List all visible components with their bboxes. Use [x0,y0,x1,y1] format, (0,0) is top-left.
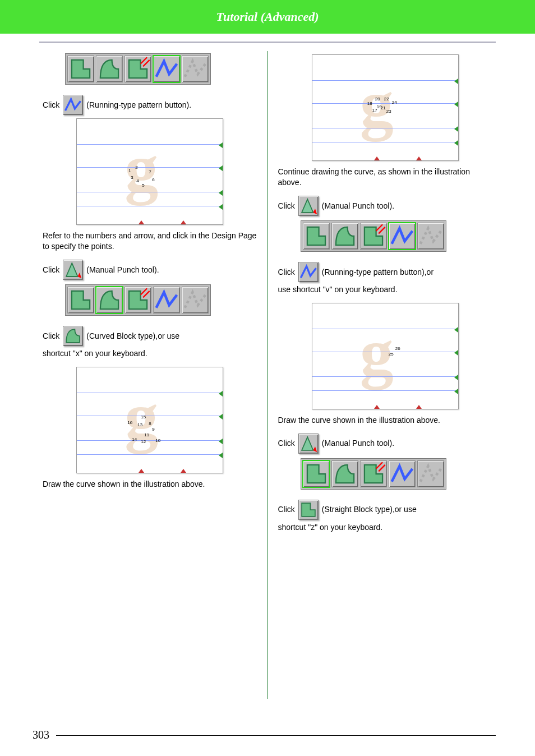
punch-toolbar-3 [301,220,446,252]
design-illustration-1: g 1 2 3 4 5 6 7 [76,118,223,225]
straight-block-icon [298,500,319,520]
running-icon [298,262,319,282]
design-illustration-3: g 17 18 19 20 21 22 23 24 [312,54,459,161]
text: (Manual Punch tool). [86,264,159,276]
manual-punch-icon [63,260,83,280]
manual-punch-icon [298,434,319,454]
text: Click [43,264,59,276]
header-rule [39,42,496,43]
straight-block-button[interactable] [67,287,94,314]
text: Click [43,330,59,342]
punch-toolbar-4 [301,458,446,490]
text: Click [278,437,295,449]
step-click-manual-punch-2: Click (Manual Punch tool). [278,196,493,216]
svg-marker-9 [313,446,317,452]
svg-marker-3 [78,273,82,278]
text: Click [43,99,59,111]
step-click-running-2: Click (Running-type pattern button),or [278,262,493,282]
semi-auto-block-button[interactable] [124,287,151,314]
semi-auto-block-button[interactable] [124,56,151,82]
feed-button[interactable] [182,56,209,82]
curved-block-button[interactable] [331,223,358,250]
page-number: 303 [33,729,49,741]
text: (Running-type pattern button). [86,99,191,111]
design-illustration-2: g 8 9 10 11 12 13 14 15 16 [76,367,223,473]
step-click-curved-block: Click (Curved Block type),or use [43,326,257,346]
text: (Manual Punch tool). [322,200,394,212]
semi-auto-block-button[interactable] [360,223,387,250]
step-click-manual-punch: Click (Manual Punch tool). [43,260,257,280]
continue-text: Continue drawing the curve, as shown in … [278,167,493,188]
text: Click [278,200,295,212]
page-header: Tutorial (Advanced) [0,0,535,34]
curved-block-button[interactable] [96,56,123,82]
feed-button[interactable] [182,287,209,314]
curved-block-button[interactable] [96,287,123,314]
text: (Curved Block type),or use [86,330,179,342]
design-illustration-4: g 25 26 [312,303,459,409]
text: Click [278,266,295,278]
text: (Running-type pattern button),or [322,266,433,278]
step-click-straight-block: Click (Straight Block type),or use [278,500,493,520]
punch-toolbar-2 [65,284,211,316]
manual-punch-icon [298,196,319,216]
running-button[interactable] [389,223,416,250]
svg-marker-6 [313,209,317,214]
straight-block-button[interactable] [303,223,330,250]
right-column: g 17 18 19 20 21 22 23 24 Continue drawi… [268,51,503,699]
feed-button[interactable] [417,460,444,487]
straight-block-button[interactable] [303,460,330,487]
text: (Straight Block type),or use [322,503,417,515]
draw-curve-text-2: Draw the curve shown in the illustration… [278,415,493,426]
shortcut-x-text: shortcut "x" on your keyboard. [43,348,257,359]
semi-auto-block-button[interactable] [360,460,387,487]
draw-curve-text: Draw the curve shown in the illustration… [43,479,257,490]
header-title: Tutorial (Advanced) [216,10,319,24]
shortcut-z-text: shortcut "z" on your keyboard. [278,522,493,533]
refer-text: Refer to the numbers and arrow, and clic… [43,231,257,252]
left-column: Click (Running-type pattern button). g 1… [33,51,268,699]
shortcut-v-text: use shortcut "v" on your keyboard. [278,284,493,295]
text: Click [278,503,295,515]
curved-block-button[interactable] [331,460,358,487]
punch-toolbar-1 [65,53,211,85]
feed-button[interactable] [417,223,444,250]
step-click-manual-punch-3: Click (Manual Punch tool). [278,434,493,454]
running-button[interactable] [153,287,180,314]
running-button[interactable] [153,56,180,82]
curved-block-icon [63,326,83,346]
straight-block-button[interactable] [67,56,94,82]
footer-rule [56,735,496,736]
text: (Manual Punch tool). [322,437,394,449]
running-icon [63,95,83,115]
step-click-running: Click (Running-type pattern button). [43,95,257,115]
running-button[interactable] [389,460,416,487]
